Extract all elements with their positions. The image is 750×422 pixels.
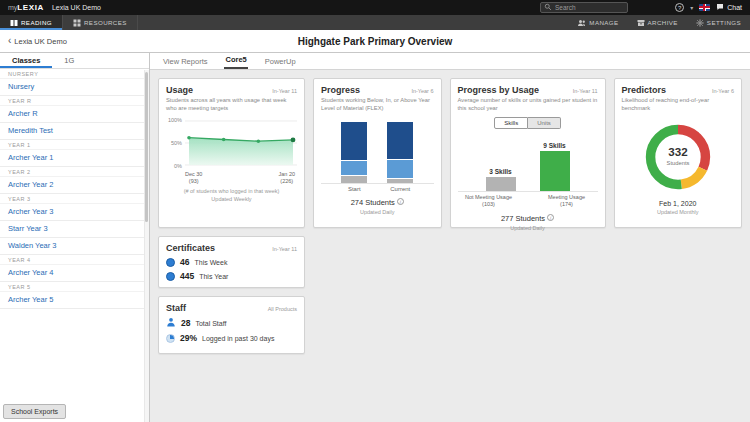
class-list: NURSERY Nursery YEAR R Archer R Meredith…: [0, 69, 149, 422]
chat-bubble-icon: [716, 3, 724, 12]
card-scope: All Products: [268, 306, 297, 312]
cards-grid: Usage In-Year 11 Students across all yea…: [150, 70, 750, 422]
tab-reading[interactable]: READING: [0, 15, 63, 30]
sidebar-item-class[interactable]: Nursery: [0, 79, 149, 96]
staff-logged-row: 29% Logged in past 30 days: [166, 333, 297, 343]
sidebar-item-class[interactable]: Archer Year 5: [0, 292, 149, 309]
tab-resources[interactable]: RESOURCES: [63, 15, 138, 30]
donut-svg: 332Students: [640, 119, 716, 195]
card-scope: In-Year 11: [272, 88, 297, 94]
sidebar-tabs: Classes 1G: [0, 53, 149, 69]
svg-text:Students: Students: [666, 160, 689, 166]
card-title: Progress by Usage: [458, 85, 540, 95]
global-search[interactable]: [540, 2, 628, 13]
chat-button[interactable]: Chat: [716, 3, 742, 12]
progress-by-usage-card: Progress by Usage In-Year 11 Average num…: [450, 78, 606, 228]
bar-category-label: Start: [341, 186, 367, 192]
bar-segment-in: [341, 160, 367, 175]
certificate-icon: [166, 272, 175, 281]
card-subtitle: Students working Below, In, or Above Yea…: [321, 97, 434, 113]
nav-actions: MANAGE ARCHIVE SETTINGS: [569, 15, 750, 30]
info-icon[interactable]: [397, 198, 404, 205]
tab-core5[interactable]: Core5: [224, 52, 247, 69]
gear-icon: [696, 19, 704, 27]
bar-segment-in: [387, 159, 413, 178]
predictors-date: Feb 1, 2020: [622, 200, 735, 207]
card-title: Staff: [166, 303, 186, 313]
school-exports-button[interactable]: School Exports: [3, 404, 66, 419]
x-label-start: Dec 30 (93): [185, 171, 202, 185]
staff-logged-label: Logged in past 30 days: [202, 335, 274, 342]
usage-bars-chart: 3 Skills9 Skills: [458, 134, 598, 192]
page-title: Highgate Park Primary Overview: [0, 36, 750, 47]
sidebar-tab-classes[interactable]: Classes: [0, 53, 52, 68]
card-subtitle: Students across all years with usage tha…: [166, 97, 297, 113]
topbar-right-cluster: Chat: [675, 3, 742, 12]
sidebar-item-class[interactable]: Walden Year 3: [0, 238, 149, 255]
sidebar: Classes 1G NURSERY Nursery YEAR R Archer…: [0, 53, 150, 422]
info-icon[interactable]: [547, 214, 554, 221]
people-icon: [578, 19, 586, 27]
x-label-end: Jan 20 (226): [278, 171, 295, 185]
student-count: 277 Students: [458, 214, 598, 223]
y-tick: 0%: [166, 163, 182, 169]
skills-units-toggle: Skills Units: [458, 117, 598, 129]
bar-segment-above: [341, 121, 367, 161]
skills-toggle-button[interactable]: Skills: [494, 117, 528, 129]
certificates-year-value: 445: [180, 271, 194, 281]
search-input[interactable]: [555, 4, 625, 11]
staff-card: Staff All Products 28 Total Staff 29% Lo…: [158, 296, 305, 354]
report-tabs: View Reports Core5 PowerUp: [150, 53, 750, 70]
archive-box-icon: [637, 19, 645, 27]
y-tick: 50%: [166, 140, 182, 146]
nav-action-label: MANAGE: [589, 19, 618, 26]
nav-action-label: SETTINGS: [707, 19, 741, 26]
x-axis-labels: Dec 30 (93) Jan 20 (226): [185, 171, 295, 185]
back-chevron-icon: [8, 36, 11, 46]
mylexia-logo[interactable]: myLEXIA: [8, 3, 44, 12]
manage-button[interactable]: MANAGE: [569, 15, 627, 30]
card-scope: In-Year 6: [712, 88, 734, 94]
sidebar-item-class[interactable]: Archer Year 1: [0, 150, 149, 167]
sidebar-tab-1g[interactable]: 1G: [52, 53, 86, 68]
sidebar-scrollbar[interactable]: [145, 72, 148, 222]
settings-button[interactable]: SETTINGS: [687, 15, 750, 30]
predictors-card: Predictors In-Year 6 Likelihood of reach…: [614, 78, 743, 228]
chart-caption: (# of students who logged in that week): [166, 188, 297, 194]
usage-bar: [486, 177, 516, 190]
year-group-header: YEAR 4: [0, 255, 149, 265]
book-icon: [10, 19, 18, 27]
tab-powerup[interactable]: PowerUp: [264, 54, 297, 69]
updated-label: Updated Monthly: [622, 209, 735, 215]
bar-segment-below: [341, 175, 367, 182]
tab-view-reports[interactable]: View Reports: [162, 54, 208, 69]
sidebar-item-class[interactable]: Meredith Test: [0, 123, 149, 140]
predictors-donut-chart: 332Students: [622, 119, 735, 195]
certificates-card: Certificates In-Year 11 46 This Week 445…: [158, 236, 305, 288]
units-toggle-button[interactable]: Units: [528, 117, 561, 129]
card-title: Predictors: [622, 85, 667, 95]
usage-chart-svg: [185, 117, 297, 169]
sidebar-item-class[interactable]: Starr Year 3: [0, 221, 149, 238]
help-icon[interactable]: [675, 3, 684, 12]
sidebar-item-class[interactable]: Archer Year 3: [0, 204, 149, 221]
sidebar-scrollbar-track: [144, 70, 149, 422]
y-tick: 100%: [166, 117, 182, 123]
card-subtitle: Average number of skills or units gained…: [458, 97, 598, 113]
archive-button[interactable]: ARCHIVE: [628, 15, 687, 30]
bar-value-label: 3 Skills: [489, 168, 511, 175]
sidebar-item-class[interactable]: Archer R: [0, 106, 149, 123]
sidebar-item-class[interactable]: Archer Year 2: [0, 177, 149, 194]
card-scope: In-Year 11: [573, 88, 598, 94]
year-group-header: YEAR 1: [0, 140, 149, 150]
sidebar-item-class[interactable]: Archer Year 4: [0, 265, 149, 282]
chat-label: Chat: [727, 4, 742, 11]
usage-bar-categories: Not Meeting Usage(103)Meeting Usage(174): [458, 194, 598, 208]
usage-line-chart: 100% 50% 0%: [166, 117, 297, 169]
usage-card: Usage In-Year 11 Students across all yea…: [158, 78, 305, 228]
uk-flag-icon[interactable]: [699, 4, 710, 11]
staff-total-label: Total Staff: [195, 320, 226, 327]
breadcrumb[interactable]: Lexia UK Demo: [8, 36, 67, 46]
year-group-header: YEAR 3: [0, 194, 149, 204]
chevron-down-icon[interactable]: [690, 5, 693, 11]
